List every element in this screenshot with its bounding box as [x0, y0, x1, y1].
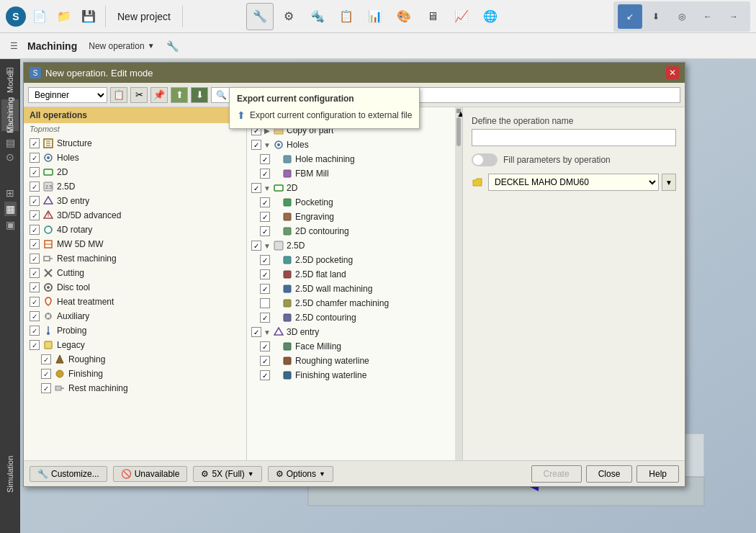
op-cb-holes[interactable]: [251, 140, 261, 150]
tool-btn-1[interactable]: 📋: [110, 87, 127, 103]
toolbar-icon-6[interactable]: 🎨: [390, 3, 418, 30]
op-cb-pocketing[interactable]: [260, 197, 270, 207]
op-item-face-milling[interactable]: ▶ Face Milling: [247, 339, 462, 354]
unavailable-btn[interactable]: 🚫 Unavailable: [113, 466, 188, 482]
all-ops-header[interactable]: All operations: [24, 107, 246, 123]
cb-25d[interactable]: [30, 182, 40, 192]
cb-structure[interactable]: [30, 138, 40, 148]
view-icon-5[interactable]: →: [721, 4, 746, 29]
5x-dropdown-arrow[interactable]: ▼: [248, 470, 254, 478]
left-icon-2[interactable]: ⊡: [6, 122, 14, 134]
tree-item-rest-machining[interactable]: Rest machining: [24, 251, 246, 266]
op-expand-2d[interactable]: ▼: [263, 184, 271, 192]
settings-icon[interactable]: 🔧: [166, 40, 179, 52]
dialog-close-btn[interactable]: ✕: [666, 66, 679, 79]
op-cb-hole-machining[interactable]: [260, 154, 270, 164]
op-item-fbm-mill[interactable]: ▶ FBM Mill: [247, 166, 462, 181]
toolbar-icon-2[interactable]: ⚙: [275, 3, 302, 30]
tree-item-25d[interactable]: 2.5 2.5D: [24, 179, 246, 194]
cb-roughing[interactable]: [41, 354, 51, 364]
cb-disc-tool[interactable]: [30, 282, 40, 292]
op-item-25d-pocketing[interactable]: ▶ 2.5D pocketing: [247, 253, 462, 267]
op-cb-25d-chamfer[interactable]: [260, 298, 270, 308]
cb-cutting[interactable]: [30, 268, 40, 278]
hamburger-icon[interactable]: ☰: [6, 38, 22, 54]
sidebar-tab-simulation[interactable]: Simulation: [1, 458, 19, 490]
help-btn[interactable]: Help: [636, 465, 679, 483]
new-operation-btn[interactable]: New operation ▼: [83, 39, 160, 53]
toolbar-icon-5[interactable]: 📊: [361, 3, 389, 30]
tree-item-legacy[interactable]: Legacy: [24, 338, 246, 352]
op-cb-3d-entry-group[interactable]: [251, 327, 261, 337]
tree-item-4d-rotary[interactable]: 4D rotary: [24, 223, 246, 237]
cb-auxiliary[interactable]: [30, 311, 40, 321]
tree-item-holes[interactable]: Holes: [24, 151, 246, 165]
op-item-25d-contouring[interactable]: ▶ 2.5D contouring: [247, 310, 462, 325]
op-cb-roughing-waterline[interactable]: [260, 356, 270, 366]
fill-params-toggle[interactable]: [472, 153, 498, 166]
tree-item-disc-tool[interactable]: Disc tool: [24, 280, 246, 295]
close-btn[interactable]: Close: [586, 465, 633, 483]
cb-2d[interactable]: [30, 167, 40, 177]
left-icon-5[interactable]: ⊞: [6, 187, 14, 199]
op-cb-2d[interactable]: [251, 183, 261, 193]
left-icon-7[interactable]: ▣: [6, 219, 15, 230]
view-icon-3[interactable]: ◎: [670, 4, 694, 29]
toolbar-icon-8[interactable]: 📈: [448, 3, 475, 30]
tool-btn-2[interactable]: ✂: [130, 87, 148, 103]
tree-item-auxiliary[interactable]: Auxiliary: [24, 309, 246, 323]
tree-item-structure[interactable]: Structure: [24, 136, 246, 151]
tree-item-probing[interactable]: Probing: [24, 323, 246, 338]
op-expand-25d[interactable]: ▼: [263, 241, 271, 250]
left-icon-4[interactable]: ⊙: [6, 151, 14, 163]
tree-item-roughing[interactable]: Roughing: [24, 352, 246, 367]
op-item-hole-machining[interactable]: ▶ Hole machining: [247, 152, 462, 166]
op-expand-holes[interactable]: ▼: [263, 140, 271, 149]
cb-rest-machining[interactable]: [30, 254, 40, 264]
tree-item-3d5d[interactable]: 3D/5D advanced: [24, 208, 246, 223]
toolbar-icon-9[interactable]: 🌐: [477, 3, 504, 30]
cb-3d-entry[interactable]: [30, 196, 40, 206]
operation-name-input[interactable]: [472, 129, 676, 146]
toolbar-icon-1[interactable]: 🔧: [246, 3, 274, 30]
scroll-thumb[interactable]: [456, 117, 461, 146]
left-icon-1[interactable]: ⊞: [6, 65, 14, 76]
options-btn[interactable]: ⚙ Options ▼: [268, 466, 333, 482]
tree-item-cutting[interactable]: Cutting: [24, 266, 246, 280]
app-logo[interactable]: S: [6, 6, 26, 27]
op-group-3d-entry[interactable]: ▼ 3D entry: [247, 325, 462, 339]
machine-select-dropdown[interactable]: ▼: [662, 174, 676, 191]
op-item-roughing-waterline[interactable]: ▶ Roughing waterline: [247, 354, 462, 368]
cb-3d5d[interactable]: [30, 210, 40, 220]
cb-legacy[interactable]: [30, 340, 40, 350]
tree-item-rest-machining2[interactable]: Rest machining: [24, 381, 246, 395]
new-file-icon[interactable]: 📄: [29, 6, 50, 27]
op-item-25d-chamfer[interactable]: ▶ 2.5D chamfer machining: [247, 296, 462, 310]
create-btn[interactable]: Create: [531, 465, 582, 483]
op-item-25d-flat-land[interactable]: ▶ 2.5D flat land: [247, 267, 462, 282]
cb-finishing[interactable]: [41, 369, 51, 379]
options-dropdown-arrow[interactable]: ▼: [319, 470, 325, 478]
tool-btn-3[interactable]: 📌: [150, 87, 168, 103]
op-cb-25d-contouring[interactable]: [260, 313, 270, 323]
machine-select[interactable]: DECKEL MAHO DMU60: [488, 174, 659, 191]
op-group-holes[interactable]: ▼ Holes: [247, 138, 462, 152]
op-cb-face-milling[interactable]: [260, 341, 270, 351]
cb-probing[interactable]: [30, 326, 40, 336]
tree-item-heat-treatment[interactable]: Heat treatment: [24, 295, 246, 309]
tooltip-item-export[interactable]: ⬆ Export current configuration to extern…: [237, 108, 412, 122]
op-cb-25d-pocketing[interactable]: [260, 255, 270, 265]
op-expand-3d-entry[interactable]: ▼: [263, 328, 271, 336]
op-item-pocketing[interactable]: ▶ Pocketing: [247, 195, 462, 210]
cb-heat-treatment[interactable]: [30, 297, 40, 307]
op-cb-finishing-waterline[interactable]: [260, 370, 270, 380]
op-item-engraving[interactable]: ▶ Engraving: [247, 210, 462, 224]
toolbar-icon-4[interactable]: 📋: [333, 3, 360, 30]
toolbar-icon-3[interactable]: 🔩: [304, 3, 331, 30]
tree-item-mw5d[interactable]: MW 5D MW: [24, 237, 246, 251]
op-group-25d[interactable]: ▼ 2.5D: [247, 238, 462, 253]
op-cb-2d-contouring[interactable]: [260, 226, 270, 236]
op-group-2d[interactable]: ▼ 2D: [247, 181, 462, 195]
customize-btn[interactable]: 🔧 Customize...: [30, 466, 107, 482]
op-item-finishing-waterline[interactable]: ▶ Finishing waterline: [247, 368, 462, 382]
